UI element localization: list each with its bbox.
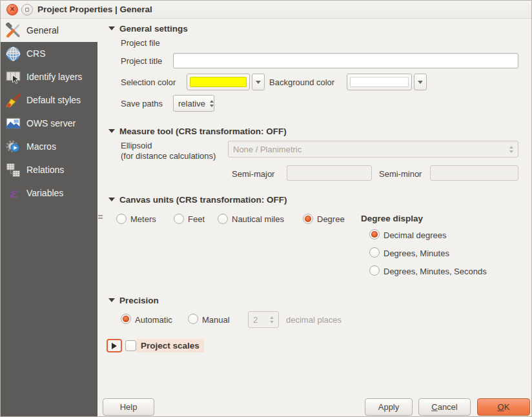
degree-display-label: Degree display (361, 213, 423, 224)
radio-automatic-label[interactable]: Automatic (135, 314, 172, 325)
sidebar-item-identify-layers[interactable]: Identify layers (1, 65, 97, 88)
semi-minor-label: Semi-minor (379, 168, 422, 179)
radio-degrees-minutes-seconds[interactable] (369, 265, 380, 276)
sidebar-item-crs[interactable]: CRS (1, 42, 97, 65)
sidebar-item-ows-server[interactable]: OWS server (1, 112, 97, 135)
sidebar-item-label: Macros (26, 141, 56, 152)
paintbrush-icon (5, 92, 21, 108)
semi-major-label: Semi-major (232, 168, 274, 179)
identify-layers-icon (5, 69, 21, 85)
ellipsoid-combo: None / Planimetric (228, 141, 518, 158)
spinner-arrows-icon (270, 316, 274, 323)
close-button[interactable]: × (6, 4, 18, 15)
sidebar-item-label: Variables (26, 188, 63, 198)
radio-decimal-degrees-label[interactable]: Decimal degrees (384, 230, 447, 241)
maximize-button[interactable] (21, 4, 33, 15)
sidebar-item-label: CRS (26, 48, 46, 59)
decimal-places-spinbox: 2 (248, 311, 279, 328)
titlebar: × Project Properties | General (1, 1, 532, 19)
macros-icon (5, 139, 21, 155)
selection-color-button[interactable] (187, 74, 250, 90)
section-header-canvas-units[interactable]: Canvas units (CRS transformation: OFF) (119, 194, 287, 205)
project-scales-expand-button[interactable] (107, 339, 122, 352)
splitter-handle[interactable] (98, 215, 103, 216)
radio-degree[interactable] (303, 214, 313, 224)
splitter-handle[interactable] (98, 218, 103, 219)
save-paths-combo[interactable]: relative (173, 95, 214, 112)
project-properties-window: × Project Properties | General General (0, 0, 532, 417)
variables-epsilon-icon: ε (5, 185, 21, 201)
sidebar-item-label: Relations (26, 165, 64, 175)
ellipsoid-value: None / Planimetric (233, 145, 505, 154)
radio-automatic[interactable] (121, 314, 131, 324)
background-color-label: Background color (269, 77, 334, 88)
save-paths-value: relative (178, 99, 205, 108)
collapse-triangle-icon[interactable] (108, 26, 115, 30)
sidebar-item-macros[interactable]: Macros (1, 135, 97, 158)
collapse-triangle-icon[interactable] (108, 129, 115, 133)
ows-server-icon (5, 116, 21, 132)
tools-icon (5, 23, 21, 39)
section-header-precision[interactable]: Precision (119, 295, 159, 306)
project-scales-checkbox[interactable] (125, 340, 136, 351)
background-color-swatch (350, 77, 409, 87)
relations-icon (5, 162, 21, 178)
radio-degrees-minutes-seconds-label[interactable]: Degrees, Minutes, Seconds (384, 266, 487, 277)
selection-color-swatch (190, 77, 247, 87)
sidebar-item-label: Default styles (26, 95, 81, 105)
radio-meters-label[interactable]: Meters (130, 214, 156, 225)
decimal-places-suffix-label: decimal places (286, 314, 342, 325)
radio-feet[interactable] (174, 214, 184, 224)
selection-color-label: Selection color (121, 77, 176, 88)
project-scales-header[interactable]: Project scales (136, 339, 204, 352)
sidebar-item-general[interactable]: General (1, 19, 97, 42)
spinner-arrows-icon (509, 146, 513, 153)
radio-manual-label[interactable]: Manual (202, 314, 230, 325)
background-color-button[interactable] (347, 74, 412, 90)
collapse-triangle-icon[interactable] (108, 298, 115, 302)
radio-degrees-minutes-label[interactable]: Degrees, Minutes (384, 248, 449, 259)
section-header-general-settings[interactable]: General settings (119, 23, 188, 34)
window-title: Project Properties | General (37, 5, 152, 14)
background-color-dropdown-button[interactable] (414, 74, 427, 90)
expand-triangle-icon (112, 343, 117, 349)
section-header-measure-tool[interactable]: Measure tool (CRS transformation: OFF) (119, 126, 287, 137)
chevron-down-icon (418, 81, 423, 84)
spinner-arrows-icon (210, 100, 214, 107)
help-button[interactable]: Help (103, 398, 154, 416)
sidebar-item-variables[interactable]: ε Variables (1, 181, 97, 205)
collapse-triangle-icon[interactable] (108, 198, 115, 201)
project-file-label: Project file (121, 37, 160, 48)
radio-meters[interactable] (116, 214, 127, 224)
cancel-button[interactable]: Cancel (418, 398, 471, 416)
ellipsoid-label-line1: Ellipsoid (121, 140, 152, 151)
radio-nautical-miles-label[interactable]: Nautical miles (232, 214, 284, 225)
sidebar-item-default-styles[interactable]: Default styles (1, 88, 97, 112)
semi-minor-input (430, 165, 518, 181)
radio-nautical-miles[interactable] (218, 214, 228, 224)
radio-feet-label[interactable]: Feet (188, 214, 205, 225)
apply-button[interactable]: Apply (365, 398, 413, 416)
project-title-input[interactable] (173, 53, 518, 68)
maximize-icon (25, 8, 29, 12)
decimal-places-value: 2 (253, 315, 265, 325)
sidebar-item-label: OWS server (26, 118, 76, 128)
sidebar-item-relations[interactable]: Relations (1, 158, 97, 181)
chevron-down-icon (256, 81, 261, 84)
sidebar: General CRS Identify layers (1, 19, 97, 417)
semi-major-input (287, 165, 372, 181)
radio-degrees-minutes[interactable] (369, 247, 380, 258)
save-paths-label: Save paths (121, 98, 163, 109)
sidebar-item-label: General (26, 25, 59, 36)
selection-color-dropdown-button[interactable] (252, 74, 265, 90)
radio-manual[interactable] (188, 314, 198, 324)
globe-icon (5, 46, 21, 62)
project-title-label: Project title (121, 56, 162, 66)
radio-decimal-degrees[interactable] (369, 229, 380, 239)
ellipsoid-label-line2: (for distance calculations) (121, 150, 216, 161)
radio-degree-label[interactable]: Degree (317, 214, 345, 225)
ok-button[interactable]: OK (477, 398, 530, 416)
sidebar-item-label: Identify layers (26, 72, 82, 82)
